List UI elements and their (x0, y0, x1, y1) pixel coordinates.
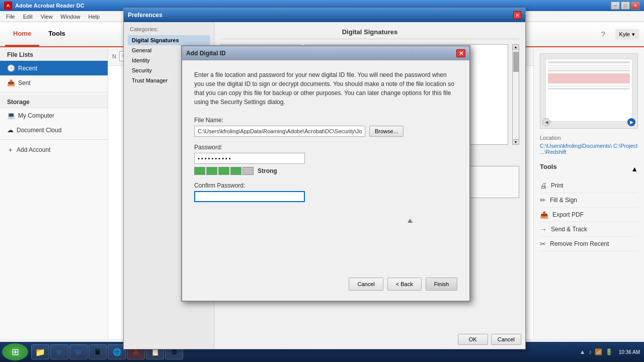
strength-seg-5 (243, 167, 254, 175)
tools-remove-recent[interactable]: ✂ Remove From Recent (540, 237, 638, 251)
explorer-icon: 📁 (35, 347, 45, 357)
password-input[interactable] (194, 153, 305, 164)
taskbar-systray: ▲ ♪ 📶 🔋 (576, 348, 617, 355)
minimize-button[interactable]: ─ (611, 2, 620, 10)
export-pdf-icon: 📤 (540, 211, 548, 219)
prefs-cancel-button[interactable]: Cancel (491, 334, 521, 345)
tools-send-track[interactable]: → Send & Track (540, 222, 638, 237)
title-bar-left: A Adobe Acrobat Reader DC (4, 2, 85, 10)
tab-home[interactable]: Home (5, 22, 39, 46)
recent-icon: 🕒 (7, 64, 15, 72)
tools-collapse[interactable]: ▲ (631, 165, 638, 173)
browse-button[interactable]: Browse... (369, 126, 404, 137)
word-icon: W (75, 348, 82, 356)
menu-help[interactable]: Help (84, 13, 104, 21)
prefs-section-title: Digital Signatures (220, 28, 519, 39)
scroll-down[interactable]: ▼ (513, 139, 519, 144)
prefs-footer: OK Cancel (458, 334, 521, 345)
tab-tools[interactable]: Tools (40, 22, 73, 46)
prefs-scrollbar[interactable]: ▲ ▼ (512, 44, 519, 145)
confirm-password-input[interactable] (194, 191, 305, 202)
prev-arrow[interactable]: ◀ (542, 118, 550, 126)
taskbar-word[interactable]: W (69, 344, 88, 359)
scroll-up[interactable]: ▲ (513, 45, 519, 50)
prefs-ok-button[interactable]: OK (458, 334, 488, 345)
footer-right: Cancel < Back Finish (349, 278, 457, 291)
systray-speaker[interactable]: ♪ (589, 348, 592, 355)
maximize-button[interactable]: □ (621, 2, 630, 10)
send-track-icon: → (540, 225, 547, 233)
recent-label: Recent (18, 65, 37, 72)
start-button[interactable]: ⊞ (2, 343, 28, 360)
user-name: Kyle (619, 31, 630, 37)
add-id-description: Enter a file location and password for y… (194, 70, 457, 107)
systray-network[interactable]: 📶 (595, 348, 602, 355)
systray-battery[interactable]: 🔋 (605, 348, 613, 355)
title-bar-controls: ─ □ ✕ (611, 2, 640, 10)
user-button[interactable]: Kyle ▾ (615, 29, 639, 40)
menu-view[interactable]: View (37, 13, 57, 21)
sidebar-item-document-cloud[interactable]: ☁ Document Cloud (0, 123, 108, 137)
taskbar-ie[interactable]: e (50, 344, 68, 359)
document-cloud-label: Document Cloud (17, 127, 61, 134)
computer-icon: 💻 (7, 112, 15, 119)
tools-fill-sign[interactable]: ✏ Fill & Sign (540, 193, 638, 208)
print-icon: 🖨 (540, 182, 547, 190)
strength-segments (194, 167, 254, 175)
prefs-sidebar-digital-signatures[interactable]: Digital Signatures (128, 35, 210, 45)
menu-file[interactable]: File (2, 13, 19, 21)
next-arrow[interactable]: ▶ (627, 118, 635, 126)
password-row: Password: Strong (194, 144, 457, 175)
strength-seg-4 (230, 167, 242, 175)
cancel-button[interactable]: Cancel (349, 278, 383, 291)
sidebar: File Lists 🕒 Recent 📤 Sent Storage 💻 My … (0, 47, 108, 339)
sent-label: Sent (18, 79, 31, 86)
add-account-label: Add Account (17, 146, 50, 153)
app-window: A Adobe Acrobat Reader DC ─ □ ✕ File Edi… (0, 0, 644, 362)
help-button[interactable]: ? (597, 28, 609, 40)
sidebar-item-my-computer[interactable]: 💻 My Computer (0, 108, 108, 123)
sidebar-item-sent[interactable]: 📤 Sent (0, 75, 108, 90)
menu-window[interactable]: Window (56, 13, 84, 21)
app-title: Adobe Acrobat Reader DC (15, 3, 85, 9)
tools-print[interactable]: 🖨 Print (540, 178, 638, 193)
taskbar-explorer[interactable]: 📁 (31, 344, 49, 359)
sidebar-item-add-account[interactable]: ＋ Add Account (0, 142, 108, 158)
sent-icon: 📤 (7, 79, 15, 86)
ie-icon: e (57, 347, 62, 356)
sidebar-item-recent[interactable]: 🕒 Recent (0, 61, 108, 75)
location-value: C:\Users\kfroling\Documents\ C:\Project … (540, 143, 638, 155)
ribbon-right: ? Kyle ▾ (597, 22, 639, 46)
close-button[interactable]: ✕ (631, 2, 640, 10)
app4-icon: 🖩 (94, 348, 101, 356)
taskbar-clock: 10:36 AM (619, 349, 640, 355)
strength-label: Strong (258, 167, 277, 174)
scroll-track (513, 50, 519, 139)
sidebar-divider-2 (0, 139, 108, 140)
strength-seg-3 (218, 167, 229, 175)
document-thumbnail: ▶ ◀ (540, 53, 638, 129)
scroll-thumb (513, 52, 519, 72)
finish-button[interactable]: Finish (426, 278, 457, 291)
file-name-input[interactable] (194, 126, 365, 137)
location-section: Location C:\Users\kfroling\Documents\ C:… (540, 135, 638, 155)
storage-header: Storage (0, 95, 108, 108)
export-pdf-label: Export PDF (552, 211, 584, 218)
strength-seg-1 (194, 167, 205, 175)
menu-edit[interactable]: Edit (19, 13, 37, 21)
cloud-icon: ☁ (7, 126, 14, 134)
tools-export-pdf[interactable]: 📤 Export PDF (540, 208, 638, 222)
categories-label: Categories: (128, 26, 210, 32)
back-button[interactable]: < Back (387, 278, 422, 291)
taskbar-app4[interactable]: 🖩 (89, 344, 107, 359)
systray-up[interactable]: ▲ (580, 348, 586, 355)
add-id-title: Add Digital ID (186, 50, 226, 57)
right-panel: ▶ ◀ Location C:\Users\kfroling\Documents… (533, 47, 644, 339)
add-id-title-bar: Add Digital ID ✕ (182, 46, 469, 60)
prefs-close-button[interactable]: ✕ (513, 11, 521, 19)
add-icon: ＋ (7, 145, 14, 154)
add-id-close-button[interactable]: ✕ (456, 49, 465, 57)
taskbar-right: ▲ ♪ 📶 🔋 10:36 AM (576, 348, 642, 355)
confirm-password-label: Confirm Password: (194, 182, 457, 189)
strength-seg-2 (206, 167, 217, 175)
